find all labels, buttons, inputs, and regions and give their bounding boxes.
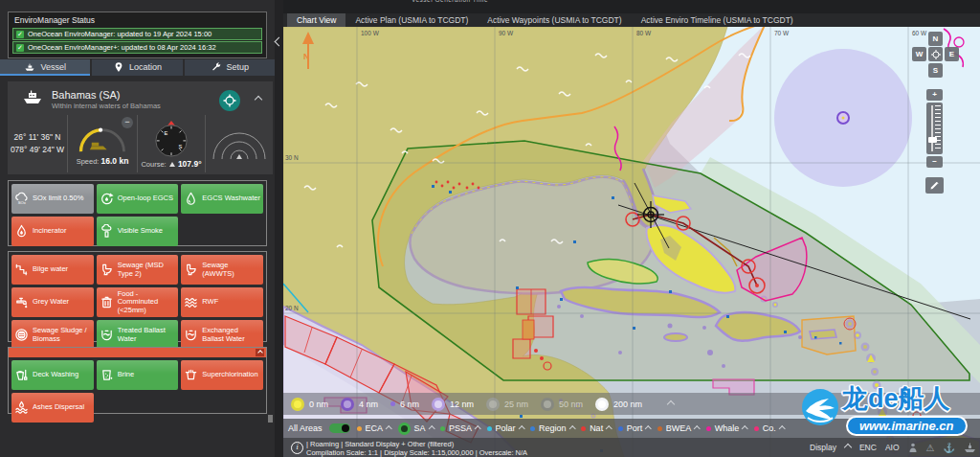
polar-dot-icon [487, 426, 492, 431]
filter-pssa[interactable]: PSSA [440, 423, 480, 433]
nat-dot-icon [581, 426, 586, 431]
tile-incinerator[interactable]: Incinerator [11, 217, 94, 246]
filter-nat[interactable]: Nat [581, 423, 612, 433]
island-dot [842, 117, 845, 120]
bwea-dot-icon [657, 426, 662, 431]
longitude: 078° 49' 24" W [11, 144, 64, 156]
zoom-in-button[interactable]: + [926, 89, 943, 101]
filter-eca[interactable]: ECA [357, 423, 391, 433]
chevron-up-icon[interactable] [606, 425, 612, 431]
sidebar-tab-bar: Vessel Location Setup [0, 59, 275, 76]
chevron-up-icon[interactable] [742, 425, 747, 431]
chevron-up-icon[interactable] [779, 425, 785, 431]
info-icon[interactable]: i [291, 442, 303, 454]
chart-panel: Vessel Generation Time Chart View Active… [283, 0, 980, 457]
tile-treated-ballast[interactable]: Treated Ballast Water [97, 320, 179, 350]
pssa-dot-icon [440, 426, 445, 431]
legend-collapse-chevron-icon[interactable] [667, 400, 675, 407]
filter-bwea[interactable]: BWEA [657, 423, 700, 433]
chevron-up-icon[interactable] [569, 425, 575, 431]
crosshair-icon [223, 94, 236, 107]
waves-icon [184, 295, 198, 309]
pan-west-button[interactable]: W [912, 47, 926, 61]
filter-sa[interactable]: SA [398, 423, 434, 435]
tile-brine[interactable]: Brine [97, 360, 179, 390]
vessel-coordinates: 26° 11' 36" N 078° 49' 24" W [8, 115, 67, 172]
zoom-out-button[interactable]: − [926, 156, 943, 168]
tile-ashes-dispersal[interactable]: Ashes Dispersal [11, 393, 94, 423]
svg-text:90 W: 90 W [499, 30, 514, 36]
collapse-group-button[interactable] [256, 349, 264, 356]
legend-item[interactable]: 0 nm [291, 398, 328, 411]
co-dot-icon [754, 426, 759, 431]
svg-text:30 N: 30 N [285, 154, 299, 161]
pan-east-button[interactable]: E [945, 47, 959, 61]
puerto-rico [810, 330, 836, 339]
course-compass-dial: E S [151, 120, 191, 158]
clipped-window-title: Vessel Generation Time [412, 0, 488, 3]
tile-sewage-msd[interactable]: Sewage (MSD Type 2) [97, 255, 179, 285]
status-row: ✓ OneOcean EnviroManager: updated to 19 … [12, 28, 262, 40]
tap-icon [14, 295, 29, 309]
legend-item[interactable]: 4 nm [341, 398, 378, 411]
chevron-up-icon[interactable] [519, 425, 524, 431]
chevron-up-icon[interactable] [645, 425, 651, 431]
toggle-knob [342, 424, 349, 432]
target-icon [931, 50, 941, 59]
sidebar-scrollbar-thumb[interactable] [268, 415, 273, 423]
tab-active-waypoints[interactable]: Active Waypoints (USMIA to TCGDT) [478, 13, 631, 27]
tile-open-loop-egcs[interactable]: Open-loop EGCS [97, 184, 179, 214]
tile-grey-water[interactable]: Grey Water [11, 287, 94, 317]
tile-sewage-sludge[interactable]: Sewage Sludge / Biomass [11, 320, 94, 350]
tile-rwf[interactable]: RWF [181, 287, 263, 317]
legend-item[interactable]: 6 nm [390, 400, 419, 409]
tile-visible-smoke[interactable]: Visible Smoke [97, 217, 179, 246]
tile-deck-washing[interactable]: Deck Washing [11, 360, 94, 390]
tab-location[interactable]: Location [92, 59, 182, 76]
chevron-up-icon[interactable] [386, 425, 391, 431]
tile-superchlorination[interactable]: Superchlorination [181, 360, 263, 390]
tile-bilge-water[interactable]: Bilge water [11, 255, 94, 285]
collapse-sidebar-chevron-icon[interactable] [275, 37, 284, 47]
all-areas-toggle[interactable] [329, 423, 350, 433]
svg-text:S: S [179, 143, 183, 149]
filter-polar[interactable]: Polar [487, 423, 524, 433]
edit-route-button[interactable] [925, 177, 944, 194]
operations-group-header [9, 348, 266, 357]
tile-sewage-awwts[interactable]: Sewage (AWWTS) [181, 255, 263, 285]
center-vessel-button[interactable] [928, 47, 943, 61]
filter-port[interactable]: Port [618, 423, 651, 433]
tab-active-plan[interactable]: Active Plan (USMIA to TCGDT) [345, 13, 478, 27]
pan-north-button[interactable]: N [928, 32, 943, 46]
chevron-up-icon[interactable] [475, 425, 480, 431]
tile-exchanged-ballast[interactable]: Exchanged Ballast Water [181, 320, 263, 350]
gauge-minus-button[interactable]: − [122, 117, 133, 128]
tab-active-enviro-timeline[interactable]: Active Enviro Timeline (USMIA to TCGDT) [632, 13, 803, 27]
pan-south-button[interactable]: S [928, 63, 943, 78]
zoom-slider-handle[interactable] [928, 137, 937, 143]
chevron-up-icon[interactable] [429, 425, 434, 431]
open-loop-recycle-icon [100, 192, 114, 206]
filter-co[interactable]: Co. [754, 423, 785, 433]
tile-sox-limit[interactable]: SOx SOx limit 0.50% [11, 184, 94, 214]
vessel-name: Bahamas (SA) [52, 89, 161, 101]
whale-dot-icon [706, 426, 711, 431]
filter-whale[interactable]: Whale [706, 423, 747, 433]
filter-region[interactable]: Region [530, 423, 574, 433]
zoom-slider[interactable] [926, 103, 943, 154]
tab-chart-view[interactable]: Chart View [287, 13, 345, 27]
chevron-up-icon[interactable] [694, 425, 700, 431]
brine-glass-icon [100, 368, 114, 382]
radar-arcs [208, 125, 271, 163]
legend-item[interactable]: 12 nm [432, 398, 474, 411]
tile-egcs-washwater[interactable]: EGCS Washwater [181, 184, 263, 214]
tab-vessel[interactable]: Vessel [0, 59, 90, 76]
legend-item[interactable]: 200 nm [595, 398, 642, 411]
legend-item[interactable]: 25 nm [486, 398, 528, 411]
tile-food-comminuted[interactable]: Food - Comminuted (<25mm) [97, 287, 179, 317]
legend-item[interactable]: 50 nm [541, 398, 583, 411]
tab-setup[interactable]: Setup [185, 59, 275, 76]
locate-vessel-button[interactable] [219, 90, 240, 111]
operations-group: Deck Washing Brine Superchlorination Ash… [8, 347, 267, 414]
range-ring-12nm-icon [432, 398, 445, 411]
